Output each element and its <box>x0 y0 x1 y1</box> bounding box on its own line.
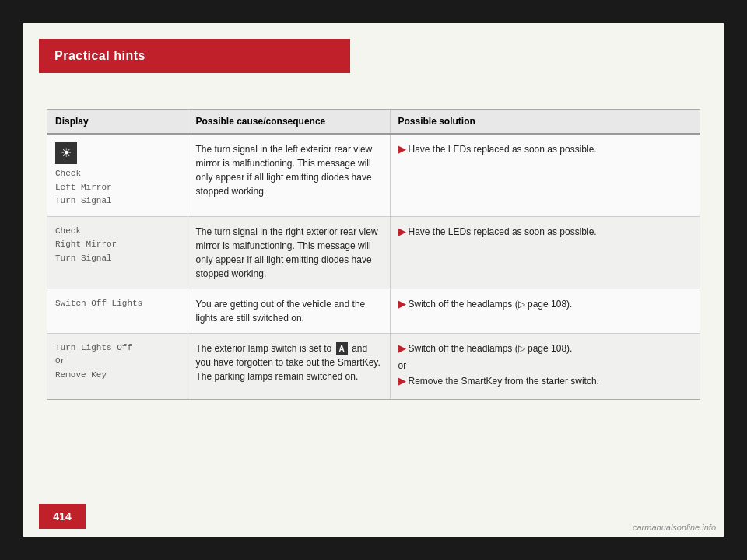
solution-item-2: ▶ Remove the SmartKey from the starter s… <box>398 374 693 388</box>
table-row: Turn Lights OffOrRemove Key The exterior… <box>47 333 700 399</box>
solution-cell: ▶ Have the LEDs replaced as soon as poss… <box>390 216 700 289</box>
page-title: Practical hints <box>54 49 146 63</box>
main-table-container: Display Possible cause/consequence Possi… <box>47 109 700 400</box>
solution-cell: ▶ Switch off the headlamps (▷ page 108).… <box>390 333 700 399</box>
a-badge: A <box>336 342 348 355</box>
cause-text-prefix: The exterior lamp switch is set to <box>196 343 335 354</box>
watermark: carmanualsonline.info <box>633 523 716 532</box>
bullet-icon: ▶ <box>398 142 405 156</box>
display-cell: ☀ CheckLeft MirrorTurn Signal <box>47 134 188 216</box>
bullet-icon: ▶ <box>398 341 405 355</box>
display-code: CheckLeft MirrorTurn Signal <box>55 167 180 208</box>
bullet-icon: ▶ <box>398 297 405 311</box>
display-code: Switch Off Lights <box>55 297 180 311</box>
solution-item: ▶ Switch off the headlamps (▷ page 108). <box>398 297 693 311</box>
header-bar: Practical hints <box>39 39 350 73</box>
solution-item: ▶ Have the LEDs replaced as soon as poss… <box>398 142 693 156</box>
table-row: ☀ CheckLeft MirrorTurn Signal The turn s… <box>47 134 700 216</box>
col-header-display: Display <box>47 110 188 134</box>
display-cell: Turn Lights OffOrRemove Key <box>47 333 188 399</box>
cause-cell: The turn signal in the left exterior rea… <box>188 134 390 216</box>
bullet-icon: ▶ <box>398 225 405 239</box>
solution-cell: ▶ Have the LEDs replaced as soon as poss… <box>390 134 700 216</box>
display-cell: Switch Off Lights <box>47 289 188 333</box>
solution-item: ▶ Have the LEDs replaced as soon as poss… <box>398 225 693 239</box>
col-header-solution: Possible solution <box>390 110 700 134</box>
hints-table: Display Possible cause/consequence Possi… <box>47 110 700 399</box>
cause-cell: The exterior lamp switch is set to A and… <box>188 333 390 399</box>
table-row: Switch Off Lights You are getting out of… <box>47 289 700 333</box>
page-number: 414 <box>39 504 86 529</box>
table-row: CheckRight MirrorTurn Signal The turn si… <box>47 216 700 289</box>
bullet-icon: ▶ <box>398 374 405 388</box>
warning-icon: ☀ <box>55 142 77 164</box>
solution-cell: ▶ Switch off the headlamps (▷ page 108). <box>390 289 700 333</box>
display-code: Turn Lights OffOrRemove Key <box>55 341 180 383</box>
display-code: CheckRight MirrorTurn Signal <box>55 225 180 266</box>
or-label: or <box>398 359 693 373</box>
table-header-row: Display Possible cause/consequence Possi… <box>47 110 700 134</box>
cause-cell: You are getting out of the vehicle and t… <box>188 289 390 333</box>
col-header-cause: Possible cause/consequence <box>188 110 390 134</box>
solution-item-1: ▶ Switch off the headlamps (▷ page 108). <box>398 341 693 355</box>
cause-cell: The turn signal in the right exterior re… <box>188 216 390 289</box>
display-cell: CheckRight MirrorTurn Signal <box>47 216 188 289</box>
